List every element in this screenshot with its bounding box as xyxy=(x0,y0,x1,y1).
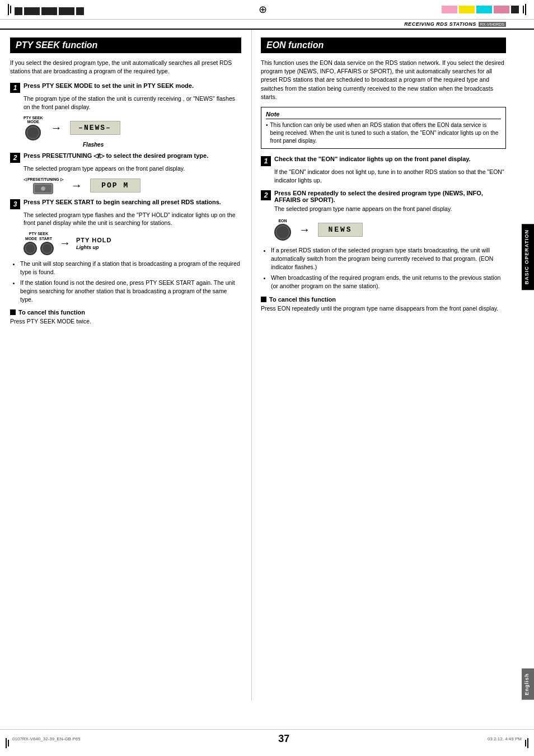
eon-step-1: 1 Check that the "EON" indicator lights … xyxy=(261,156,506,184)
page-footer: 0107RX-V640_32-39_EN-GB.P65 37 03.2.12, … xyxy=(0,729,534,748)
eon-step-1-body: If the "EON" indicator does not light up… xyxy=(274,168,506,184)
step-1: 1 Press PTY SEEK MODE to set the unit in… xyxy=(10,82,241,147)
arrow-3: → xyxy=(59,237,71,250)
lcd-2: POP M xyxy=(90,179,140,192)
step-3-num: 3 xyxy=(10,199,20,209)
arrow-2: → xyxy=(71,179,82,192)
note-box: Note • This function can only be used wh… xyxy=(261,107,506,149)
step-1-body: The program type of the station the unit… xyxy=(24,95,241,111)
eon-step-2-num: 2 xyxy=(261,190,271,200)
btn-mode xyxy=(24,242,37,255)
eon-lcd: NEWS xyxy=(318,223,363,237)
footer-right: 03.2.12, 4:49 PM xyxy=(488,736,522,741)
bottom-tab-english: English xyxy=(522,669,534,700)
note-title: Note xyxy=(266,111,501,119)
top-right-marks xyxy=(442,4,526,15)
eon-diagram: EON → NEWS xyxy=(274,219,506,241)
top-center-crosshair: ⊕ xyxy=(84,3,442,16)
step-1-title: Press PTY SEEK MODE to set the unit in P… xyxy=(24,82,194,89)
eon-cancel: To cancel this function Press EON repeat… xyxy=(261,296,506,313)
step-2-body: The selected program type appears on the… xyxy=(24,165,241,173)
arrow-1: → xyxy=(51,121,62,134)
caption-1: Flashes xyxy=(83,142,241,148)
eon-step-1-title: Check that the "EON" indicator lights up… xyxy=(274,156,471,162)
btn-start xyxy=(40,242,54,255)
diagram-2: ◁ PRESET/TUNING ▷ → POP M xyxy=(24,177,241,194)
step-2-num: 2 xyxy=(10,153,20,163)
tuning-knob xyxy=(33,183,53,194)
eon-cancel-title: To cancel this function xyxy=(269,296,336,303)
main-content: PTY SEEK function If you select the desi… xyxy=(0,30,534,701)
cancel-bullet-right xyxy=(261,297,266,302)
left-cancel: To cancel this function Press PTY SEEK M… xyxy=(10,309,241,326)
pty-intro: If you select the desired program type, … xyxy=(10,59,241,76)
eon-step-2-body: The selected program type name appears o… xyxy=(274,205,506,213)
left-cancel-body: Press PTY SEEK MODE twice. xyxy=(10,317,241,326)
diagram-3: PTY SEEK MODESTART → xyxy=(24,232,241,255)
step-3-title: Press PTY SEEK START to begin searching … xyxy=(24,199,221,205)
step-2-title: Press PRESET/TUNING ◁/▷ to select the de… xyxy=(24,152,208,159)
eon-step-2-title: Press EON repeatedly to select the desir… xyxy=(274,190,506,203)
eon-intro: This function uses the EON data service … xyxy=(261,59,506,101)
header-title: RECEIVING RDS STATIONS xyxy=(404,21,476,27)
right-column: EON function This function uses the EON … xyxy=(252,30,534,701)
page-header: RECEIVING RDS STATIONS RX-V640RDS xyxy=(0,20,534,30)
top-left-marks xyxy=(8,4,84,15)
pty-hold-text: PTY HOLD xyxy=(76,237,111,243)
btn-eon xyxy=(274,224,291,241)
lcd-1: –NEWS– xyxy=(70,121,120,135)
header-badge: RX-V640RDS xyxy=(479,22,506,27)
left-column: PTY SEEK function If you select the desi… xyxy=(0,30,252,701)
side-tab-basic-operation: BASIC OPERATION xyxy=(522,224,534,290)
left-cancel-title: To cancel this function xyxy=(18,309,85,316)
eon-cancel-body: Press EON repeatedly until the program t… xyxy=(261,304,506,313)
page-number: 37 xyxy=(278,733,289,745)
diagram-1: PTY SEEKMODE → –NEWS– xyxy=(24,116,241,140)
pty-seek-title: PTY SEEK function xyxy=(10,37,241,53)
step-1-num: 1 xyxy=(10,83,20,93)
btn-pty-seek-mode xyxy=(25,125,41,140)
left-bullets: The unit will stop searching if a statio… xyxy=(20,260,241,303)
note-bullet: • xyxy=(266,122,268,128)
note-body: This function can only be used when an R… xyxy=(270,121,501,145)
eon-arrow: → xyxy=(299,223,310,236)
step-3-body: The selected program type flashes and th… xyxy=(24,211,241,227)
eon-step-2: 2 Press EON repeatedly to select the des… xyxy=(261,190,506,241)
eon-title: EON function xyxy=(261,37,506,53)
footer-left: 0107RX-V640_32-39_EN-GB.P65 xyxy=(12,736,80,741)
eon-step-1-num: 1 xyxy=(261,156,271,166)
lights-up-label: Lights up xyxy=(76,245,99,250)
eon-bullets: If a preset RDS station of the selected … xyxy=(271,246,506,290)
step-2: 2 Press PRESET/TUNING ◁/▷ to select the … xyxy=(10,152,241,194)
step-3: 3 Press PTY SEEK START to begin searchin… xyxy=(10,199,241,255)
cancel-bullet-left xyxy=(10,309,16,315)
